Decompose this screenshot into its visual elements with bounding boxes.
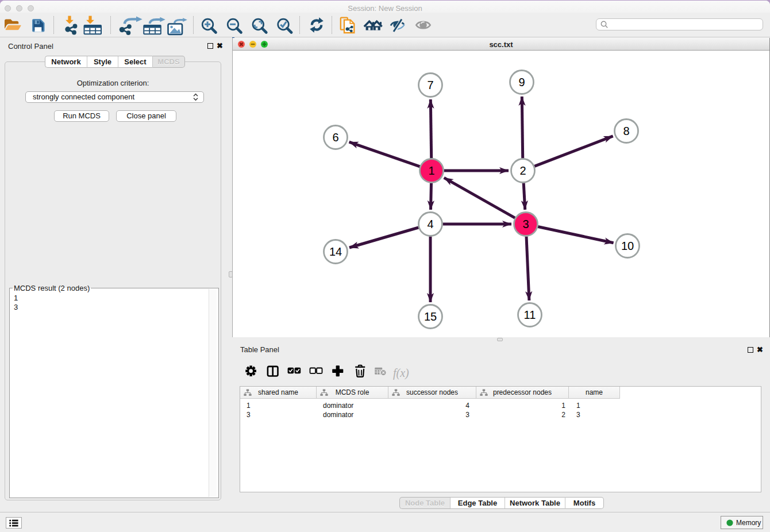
svg-text:8: 8: [623, 125, 629, 137]
svg-text:10: 10: [621, 240, 634, 252]
svg-text:2: 2: [519, 164, 526, 177]
svg-text:3: 3: [522, 218, 529, 230]
svg-text:9: 9: [518, 76, 525, 88]
svg-text:4: 4: [427, 218, 433, 230]
svg-text:f(x): f(x): [393, 367, 409, 380]
svg-text:6: 6: [332, 131, 338, 144]
svg-text:1: 1: [428, 164, 434, 177]
svg-text:7: 7: [427, 79, 433, 91]
svg-text:11: 11: [524, 309, 536, 321]
svg-text:14: 14: [329, 245, 342, 258]
svg-text:15: 15: [424, 310, 437, 323]
